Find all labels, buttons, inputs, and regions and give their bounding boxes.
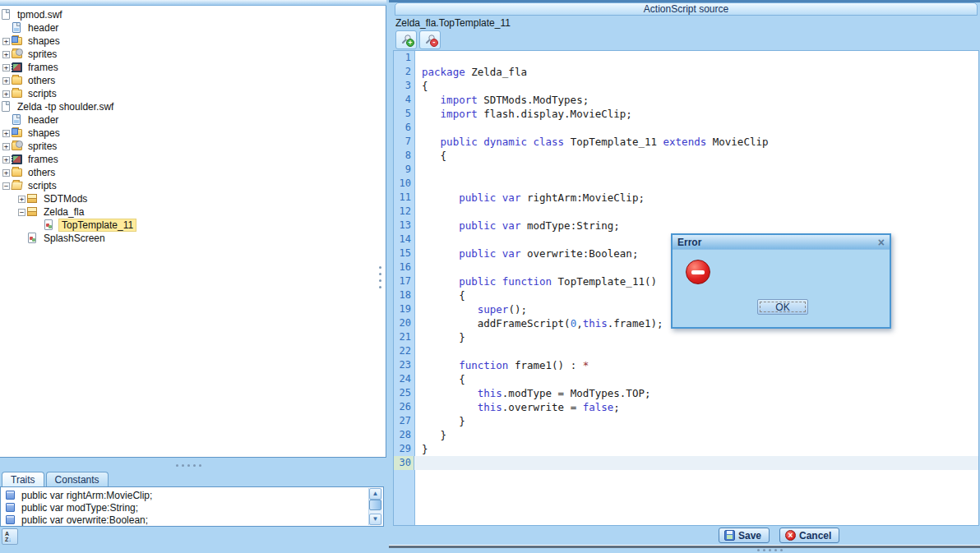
line-number[interactable]: 28 [394,428,414,442]
line-number[interactable]: 8 [394,149,414,163]
expander-plus-icon[interactable]: + [2,129,12,138]
pin-remove-button[interactable]: - [419,30,441,49]
tree-item-zelda-fla[interactable]: −Zelda_fla [0,205,386,219]
code-line[interactable]: 10 [394,177,978,191]
code-line[interactable]: 27 } [394,414,978,428]
code-line[interactable]: 1 [394,51,978,65]
line-number[interactable]: 26 [394,400,414,414]
line-number[interactable]: 1 [394,51,414,65]
line-number[interactable]: 11 [394,191,414,205]
tab-traits[interactable]: Traits [2,472,44,486]
trait-list-item[interactable]: public var modType:String; [1,501,383,514]
tab-constants[interactable]: Constants [46,472,109,486]
code-line[interactable]: 4 import SDTMods.ModTypes; [394,93,978,107]
close-icon[interactable]: × [878,237,885,248]
save-button[interactable]: Save [719,528,770,543]
code-line[interactable]: 28 } [394,428,978,442]
expander-minus-icon[interactable]: − [18,208,27,217]
bottom-splitter-handle[interactable] [757,549,783,551]
line-number[interactable]: 18 [394,288,414,302]
line-number[interactable]: 29 [394,442,414,456]
ok-button[interactable]: OK [757,299,808,315]
expander-plus-icon[interactable]: + [2,63,12,72]
tree-item-frames[interactable]: +frames [0,61,386,74]
code-line[interactable]: 12 [394,205,978,219]
line-number[interactable]: 25 [394,386,414,400]
code-line[interactable]: 26 this.overwrite = false; [394,400,978,414]
code-line[interactable]: 2package Zelda_fla [394,65,978,79]
code-line[interactable]: 7 public dynamic class TopTemplate_11 ex… [394,135,978,149]
horizontal-splitter-handle[interactable] [176,464,201,467]
line-number[interactable]: 16 [394,260,414,274]
expander-plus-icon[interactable]: + [18,195,27,204]
line-number[interactable]: 15 [394,247,414,260]
code-line[interactable]: 8 { [394,149,978,163]
code-line[interactable]: 9 [394,163,978,177]
line-number[interactable]: 14 [394,233,414,247]
tree-item-splashscreen[interactable]: SplashScreen [0,232,386,245]
cancel-button[interactable]: × Cancel [779,528,839,543]
line-number[interactable]: 21 [394,330,414,344]
line-number[interactable]: 9 [394,163,414,177]
expander-plus-icon[interactable]: + [2,37,12,46]
line-number[interactable]: 19 [394,302,414,316]
line-number[interactable]: 24 [394,372,414,386]
tree-item-sprites[interactable]: +sprites [0,48,386,61]
line-number[interactable]: 10 [394,177,414,191]
code-line[interactable]: 24 { [394,372,978,386]
line-number[interactable]: 12 [394,205,414,219]
expander-plus-icon[interactable]: + [2,142,12,151]
line-number[interactable]: 22 [394,344,414,358]
line-number[interactable]: 23 [394,358,414,372]
tree-item-header[interactable]: header [0,113,386,127]
tree-item-others[interactable]: +others [0,166,386,179]
expander-plus-icon[interactable]: + [2,50,12,59]
code-line[interactable]: 13 public var modType:String; [394,219,978,233]
code-line[interactable]: 30 [394,456,978,470]
expander-plus-icon[interactable]: + [2,168,12,177]
tree-item-shapes[interactable]: +shapes [0,127,386,140]
vertical-splitter-handle[interactable] [379,266,381,288]
scroll-down-icon[interactable]: ▼ [369,514,381,525]
code-line[interactable]: 21 } [394,330,978,344]
line-number[interactable]: 4 [394,93,414,107]
code-line[interactable]: 5 import flash.display.MovieClip; [394,107,978,121]
code-line[interactable]: 3{ [394,79,978,93]
expander-plus-icon[interactable]: + [2,155,12,164]
expander-plus-icon[interactable]: + [2,90,12,99]
tree-item-header[interactable]: header [0,21,386,35]
line-number[interactable]: 13 [394,219,414,233]
line-number[interactable]: 2 [394,65,414,79]
tree-item-toptemplate-11[interactable]: TopTemplate_11 [0,219,386,232]
tree-item-sprites[interactable]: +sprites [0,140,386,153]
tree-item-frames[interactable]: +frames [0,153,386,166]
expander-plus-icon[interactable]: + [2,76,12,85]
code-line[interactable]: 23 function frame1() : * [394,358,978,372]
line-number[interactable]: 5 [394,107,414,121]
line-number[interactable]: 30 [394,456,414,470]
code-line[interactable]: 29} [394,442,978,456]
traits-scrollbar[interactable]: ▲ ▼ [368,488,382,525]
line-number[interactable]: 7 [394,135,414,149]
sort-az-icon[interactable]: AZ↓ [2,528,18,545]
line-number[interactable]: 17 [394,274,414,288]
line-number[interactable]: 20 [394,316,414,330]
line-number[interactable]: 6 [394,121,414,135]
traits-list[interactable]: public var rightArm:MovieClip;public var… [0,486,384,527]
tree-item-shapes[interactable]: +shapes [0,35,386,48]
scroll-up-icon[interactable]: ▲ [369,488,381,500]
tree-item-sdtmods[interactable]: +SDTMods [0,192,386,205]
code-line[interactable]: 11 public var rightArm:MovieClip; [394,191,978,205]
trait-list-item[interactable]: public var rightArm:MovieClip; [1,489,383,501]
line-number[interactable]: 27 [394,414,414,428]
pin-add-button[interactable]: + [395,30,417,49]
tree-item-zelda-tp-shoulder-swf[interactable]: Zelda -tp shoulder.swf [0,100,386,113]
tree-item-tpmod-swf[interactable]: tpmod.swf [0,8,386,21]
swf-object-tree[interactable]: tpmod.swfheader+shapes+sprites+frames+ot… [0,6,386,458]
error-dialog-titlebar[interactable]: Error × [673,235,890,250]
tree-item-others[interactable]: +others [0,74,386,87]
code-line[interactable]: 6 [394,121,978,135]
line-number[interactable]: 3 [394,79,414,93]
code-line[interactable]: 22 [394,344,978,358]
trait-list-item[interactable]: public var overwrite:Boolean; [1,514,383,526]
